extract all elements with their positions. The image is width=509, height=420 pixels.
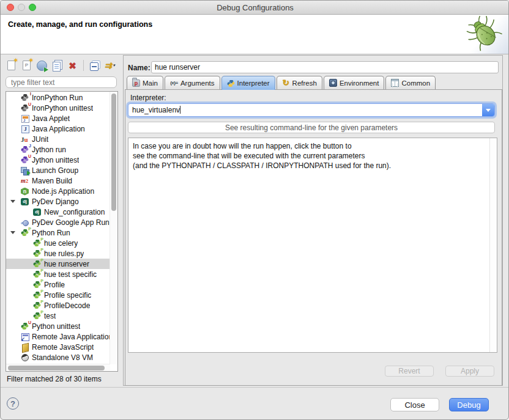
tab-interpreter[interactable]: Interpreter	[221, 76, 275, 90]
name-label: Name:	[128, 64, 150, 72]
tree-item-launch-group[interactable]: Launch Group	[6, 165, 110, 175]
tree-item-node-js-application[interactable]: nNode.js Application	[6, 186, 110, 196]
tree-item-label: hue celery	[44, 239, 78, 248]
launch-group-icon	[21, 166, 29, 175]
tree-item-profiledecode[interactable]: PProfileDecode	[6, 300, 110, 311]
django-icon: dj	[33, 208, 42, 216]
filter-configurations-button[interactable]: ⇉▾	[104, 60, 116, 72]
configuration-tabs: pMain(x)=ArgumentsInterpreter↻RefreshEnv…	[127, 76, 436, 90]
new-prototype-icon: P✶	[23, 61, 31, 70]
filter-matched-status: Filter matched 28 of 30 items	[7, 375, 102, 383]
header-title: Create, manage, and run configurations	[8, 20, 152, 29]
debug-configurations-dialog: Debug Configurations Create, manage, and…	[0, 0, 509, 420]
tree-item-java-applet[interactable]: JJava Applet	[6, 113, 110, 123]
name-input[interactable]	[151, 61, 499, 73]
close-button[interactable]: Close	[390, 398, 439, 411]
apply-button[interactable]: Apply	[445, 366, 494, 377]
tree-item-label: hue rules.py	[44, 249, 84, 258]
tree-item-label: Python Run	[32, 229, 70, 237]
junit-icon: Ju	[21, 135, 29, 144]
tree-item-maven-build[interactable]: m2Maven Build	[6, 175, 110, 186]
snake-green-icon: P	[33, 281, 42, 289]
tab-main[interactable]: pMain	[127, 76, 163, 89]
tab-common[interactable]: Common	[385, 76, 436, 89]
tree-item-standalone-v8-vm[interactable]: Standalone V8 VM	[6, 352, 110, 363]
configurations-tree: IIronPython RunUIronPython unittestJJava…	[6, 91, 118, 372]
tab-label: Arguments	[180, 79, 215, 87]
debug-button[interactable]: Debug	[449, 398, 489, 411]
duplicate-icon	[54, 60, 61, 72]
see-command-line-button[interactable]: See resulting command-line for the given…	[128, 122, 495, 133]
tree-item-label: PyDev Google App Run	[32, 218, 110, 227]
tree-item-label: Java Application	[32, 125, 85, 133]
bottom-divider	[1, 387, 509, 388]
snake-green-icon: P	[33, 312, 42, 320]
tree-item-jython-unittest[interactable]: UJython unittest	[6, 155, 110, 165]
arguments-tab-icon: (x)=	[170, 79, 178, 87]
filter-icon: ⇉▾	[105, 61, 115, 70]
text-cursor	[180, 106, 180, 114]
export-configurations-button[interactable]	[36, 60, 48, 72]
tree-item-python-run[interactable]: PPython Run	[6, 227, 110, 238]
tree-item-hue-runserver[interactable]: Phue runserver	[6, 259, 110, 269]
tree-item-hue-celery[interactable]: Phue celery	[6, 238, 110, 248]
delete-icon: ✖	[69, 61, 76, 70]
revert-button[interactable]: Revert	[385, 366, 434, 377]
node-icon: n	[21, 187, 29, 196]
tab-label: Environment	[340, 79, 379, 87]
tree-item-remote-java-application[interactable]: ↙Remote Java Application	[6, 331, 110, 342]
maven-icon: m2	[21, 177, 29, 185]
tree-vertical-scrollbar-thumb[interactable]	[111, 94, 116, 211]
tree-item-junit[interactable]: JuJUnit	[6, 134, 110, 144]
tab-environment[interactable]: Environment	[324, 76, 385, 89]
java-app-icon: J	[21, 125, 29, 133]
tree-horizontal-scrollbar[interactable]	[6, 364, 110, 371]
tree-item-new-configuration[interactable]: djNew_configuration	[6, 207, 110, 217]
filter-input[interactable]	[6, 76, 117, 88]
tree-vertical-scrollbar[interactable]	[110, 92, 117, 364]
collapse-all-button[interactable]	[89, 60, 100, 72]
expand-arrow-icon[interactable]	[10, 231, 15, 234]
export-icon	[37, 61, 47, 71]
remote-java-icon: ↙	[21, 333, 29, 341]
interpreter-combobox[interactable]: hue_virtualenv	[128, 103, 495, 117]
snake-green-icon: P	[21, 229, 29, 237]
tree-item-hue-test-specific[interactable]: Phue test specific	[6, 269, 110, 279]
chevron-down-icon[interactable]	[482, 104, 494, 116]
new-config-icon: ✶	[7, 61, 15, 70]
expand-arrow-icon[interactable]	[10, 200, 15, 203]
new-launch-configuration-button[interactable]: ✶	[6, 60, 17, 72]
tree-item-test[interactable]: Ptest	[6, 311, 110, 321]
delete-configuration-button[interactable]: ✖	[67, 60, 78, 72]
snake-green-icon: P	[33, 239, 42, 248]
tree-item-ironpython-run[interactable]: IIronPython Run	[6, 92, 110, 103]
collapse-all-icon	[91, 61, 98, 71]
tree-item-python-unittest[interactable]: UPython unittest	[6, 321, 110, 331]
tree-item-ironpython-unittest[interactable]: UIronPython unittest	[6, 103, 110, 113]
tree-item-label: PyDev Django	[32, 197, 79, 206]
tab-refresh[interactable]: ↻Refresh	[277, 76, 322, 89]
tree-item-label: IronPython unittest	[32, 104, 93, 112]
remote-js-icon	[21, 343, 29, 352]
tree-item-profile[interactable]: PProfile	[6, 279, 110, 290]
info-scrollbar[interactable]	[489, 138, 497, 352]
interpreter-value: hue_virtualenv	[128, 106, 482, 114]
snake-green-icon: P	[33, 301, 42, 310]
tree-item-java-application[interactable]: JJava Application	[6, 123, 110, 134]
tree-item-jython-run[interactable]: JJython run	[6, 144, 110, 155]
toolbar-separator	[83, 60, 84, 71]
tree-horizontal-scrollbar-thumb[interactable]	[8, 366, 105, 370]
tree-item-label: Python unittest	[32, 322, 80, 331]
tree-item-pydev-google-app-run[interactable]: PyDev Google App Run	[6, 217, 110, 227]
dialog-header: Create, manage, and run configurations	[1, 15, 509, 54]
help-button[interactable]: ?	[7, 397, 19, 410]
tab-arguments[interactable]: (x)=Arguments	[165, 76, 220, 89]
tree-item-label: New_configuration	[44, 208, 105, 216]
tree-item-hue-rules-py[interactable]: Phue rules.py	[6, 248, 110, 259]
new-prototype-button[interactable]: P✶	[21, 60, 32, 72]
tree-item-remote-javascript[interactable]: Remote JavaScript	[6, 342, 110, 352]
tree-item-profile-specific[interactable]: PProfile specific	[6, 290, 110, 300]
duplicate-configuration-button[interactable]	[51, 60, 63, 72]
tab-label: Refresh	[292, 79, 317, 87]
tree-item-pydev-django[interactable]: djPyDev Django	[6, 196, 110, 207]
